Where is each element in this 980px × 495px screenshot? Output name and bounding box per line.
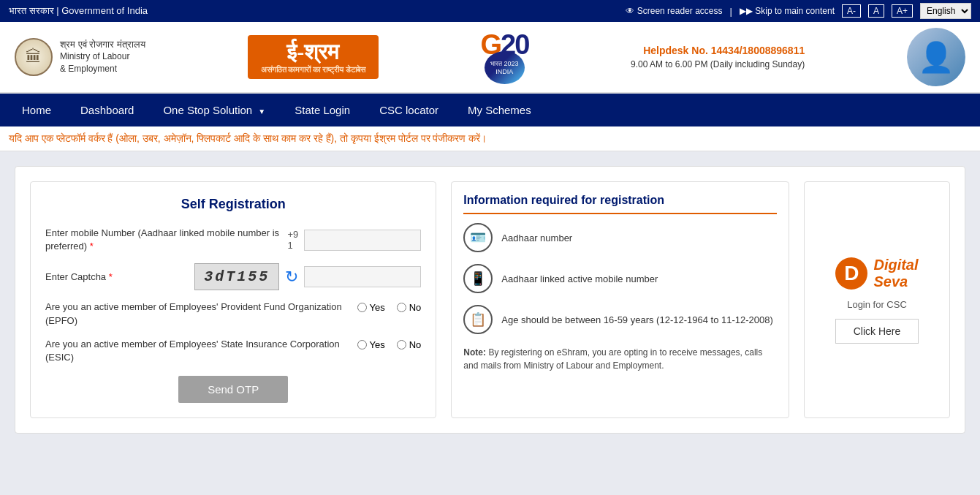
captcha-row: Enter Captcha * 3dT155 ↻ bbox=[45, 263, 421, 290]
note-text: By registering on eShram, you are opting… bbox=[463, 347, 762, 371]
epfo-row: Are you an active member of Employees' P… bbox=[45, 301, 421, 327]
language-select[interactable]: English हिन्दी bbox=[920, 3, 971, 19]
main-nav: Home Dashboard One Stop Solution ▼ State… bbox=[0, 94, 980, 126]
arrow-icon: ▶▶ bbox=[740, 6, 753, 16]
captcha-refresh-button[interactable]: ↻ bbox=[285, 268, 298, 287]
mobile-text: Aadhaar linked active mobile number bbox=[501, 273, 658, 284]
nav-home[interactable]: Home bbox=[7, 94, 66, 126]
nav-dashboard[interactable]: Dashboard bbox=[66, 94, 148, 126]
self-reg-title: Self Registration bbox=[45, 197, 421, 212]
main-content: Self Registration Enter mobile Number (A… bbox=[0, 151, 980, 448]
pm-avatar: 👤 bbox=[918, 40, 954, 75]
gov-title: भारत सरकार | Government of India bbox=[9, 5, 148, 17]
font-size-large-button[interactable]: A+ bbox=[892, 4, 913, 18]
epfo-no-option[interactable]: No bbox=[397, 302, 422, 313]
ds-name: Digital Seva bbox=[873, 257, 918, 290]
mobile-input[interactable] bbox=[304, 230, 421, 251]
helpdesk-number: Helpdesk No. 14434/18008896811 bbox=[631, 45, 805, 56]
ds-name-block: Digital Seva bbox=[873, 257, 918, 290]
info-title: Information required for registration bbox=[463, 194, 777, 214]
eshram-tagline: असंगठित कामगारों का राष्ट्रीय डेटाबेस bbox=[261, 65, 365, 75]
ministry-text-block: श्रम एवं रोजगार मंत्रालय Ministry of Lab… bbox=[60, 39, 145, 75]
g20-sub: भारत 2023 INDIA bbox=[485, 60, 525, 75]
esic-row: Are you an active member of Employees' S… bbox=[45, 338, 421, 364]
ministry-logo: 🏛 श्रम एवं रोजगार मंत्रालय Ministry of L… bbox=[15, 38, 145, 76]
nav-one-stop[interactable]: One Stop Solution ▼ bbox=[148, 94, 280, 126]
marquee-bar: यदि आप एक प्लेटफॉर्म वर्कर हैं (ओला, उबर… bbox=[0, 126, 980, 151]
top-bar-right: 👁 Screen reader access | ▶▶ Skip to main… bbox=[626, 3, 971, 19]
digital-seva-panel: D Digital Seva Login for CSC Click Here bbox=[804, 181, 950, 418]
aadhaar-icon: 🪪 bbox=[463, 223, 493, 252]
captcha-input[interactable] bbox=[304, 266, 421, 287]
g20-globe: भारत 2023 INDIA bbox=[485, 51, 525, 84]
info-aadhaar: 🪪 Aadhaar number bbox=[463, 223, 777, 252]
header: 🏛 श्रम एवं रोजगार मंत्रालय Ministry of L… bbox=[0, 22, 980, 94]
font-size-normal-button[interactable]: A bbox=[868, 4, 884, 18]
government-emblem: 🏛 bbox=[15, 38, 53, 76]
info-mobile: 📱 Aadhaar linked active mobile number bbox=[463, 264, 777, 293]
digital-seva-click-here-button[interactable]: Click Here bbox=[835, 319, 919, 344]
esic-yes-radio[interactable] bbox=[357, 340, 367, 349]
phone-prefix: +91 bbox=[288, 229, 299, 251]
age-text: Age should be between 16-59 years (12-12… bbox=[501, 314, 772, 325]
nav-csc-locator[interactable]: CSC locator bbox=[365, 94, 453, 126]
captcha-label: Enter Captcha * bbox=[45, 271, 189, 284]
esic-yes-label: Yes bbox=[370, 339, 385, 350]
info-note: Note: By registering on eShram, you are … bbox=[463, 346, 777, 372]
esic-no-option[interactable]: No bbox=[397, 339, 422, 350]
captcha-section: 3dT155 ↻ bbox=[194, 263, 421, 290]
note-label: Note: bbox=[463, 347, 486, 358]
ministry-eng2: & Employment bbox=[60, 63, 145, 75]
helpdesk-info: Helpdesk No. 14434/18008896811 9.00 AM t… bbox=[631, 45, 805, 69]
ministry-eng1: Ministry of Labour bbox=[60, 50, 145, 63]
eshram-name: ई-श्रम bbox=[286, 39, 339, 65]
content-wrapper: Self Registration Enter mobile Number (A… bbox=[15, 166, 965, 434]
epfo-no-label: No bbox=[409, 302, 422, 313]
ds-letter: D bbox=[844, 262, 859, 285]
helpdesk-hours: 9.00 AM to 6.00 PM (Daily including Sund… bbox=[631, 59, 805, 69]
epfo-yes-label: Yes bbox=[370, 302, 385, 313]
epfo-label: Are you an active member of Employees' P… bbox=[45, 301, 352, 327]
divider: | bbox=[730, 6, 732, 17]
nav-state-login[interactable]: State Login bbox=[280, 94, 365, 126]
ministry-hindi: श्रम एवं रोजगार मंत्रालय bbox=[60, 39, 145, 50]
esic-no-label: No bbox=[409, 339, 422, 350]
pm-photo: 👤 bbox=[907, 28, 965, 86]
epfo-options: Yes No bbox=[357, 301, 422, 313]
marquee-text: यदि आप एक प्लेटफॉर्म वर्कर हैं (ओला, उबर… bbox=[9, 132, 487, 144]
mobile-required: * bbox=[90, 241, 94, 252]
mobile-number-row: Enter mobile Number (Aadhaar linked mobi… bbox=[45, 227, 421, 253]
dropdown-arrow-icon: ▼ bbox=[258, 107, 265, 116]
nav-my-schemes[interactable]: My Schemes bbox=[453, 94, 546, 126]
mobile-icon: 📱 bbox=[463, 264, 493, 293]
info-section: Information required for registration 🪪 … bbox=[451, 181, 789, 418]
captcha-image: 3dT155 bbox=[194, 263, 279, 290]
epfo-yes-option[interactable]: Yes bbox=[357, 302, 385, 313]
esic-label: Are you an active member of Employees' S… bbox=[45, 338, 352, 364]
info-age: 📋 Age should be between 16-59 years (12-… bbox=[463, 305, 777, 334]
digital-seva-subtitle: Login for CSC bbox=[847, 299, 907, 310]
font-size-small-button[interactable]: A- bbox=[842, 4, 861, 18]
self-registration-panel: Self Registration Enter mobile Number (A… bbox=[30, 181, 436, 418]
esic-yes-option[interactable]: Yes bbox=[357, 339, 385, 350]
send-otp-button[interactable]: Send OTP bbox=[178, 376, 288, 403]
mobile-label: Enter mobile Number (Aadhaar linked mobi… bbox=[45, 227, 282, 253]
age-icon: 📋 bbox=[463, 305, 493, 334]
eshram-logo: ई-श्रम असंगठित कामगारों का राष्ट्रीय डेट… bbox=[248, 35, 379, 79]
epfo-no-radio[interactable] bbox=[397, 303, 406, 312]
epfo-yes-radio[interactable] bbox=[357, 303, 367, 312]
screen-reader-link[interactable]: 👁 Screen reader access bbox=[626, 6, 723, 16]
top-bar: भारत सरकार | Government of India 👁 Scree… bbox=[0, 0, 980, 22]
digital-seva-icon: D bbox=[835, 257, 867, 290]
skip-to-main-link[interactable]: ▶▶ Skip to main content bbox=[740, 6, 835, 16]
digital-seva-logo: D Digital Seva bbox=[835, 257, 918, 290]
aadhaar-text: Aadhaar number bbox=[501, 233, 572, 243]
eye-icon: 👁 bbox=[626, 6, 634, 16]
g20-section: G20 भारत 2023 INDIA bbox=[480, 31, 528, 84]
esic-no-radio[interactable] bbox=[397, 340, 406, 349]
esic-options: Yes No bbox=[357, 338, 422, 350]
